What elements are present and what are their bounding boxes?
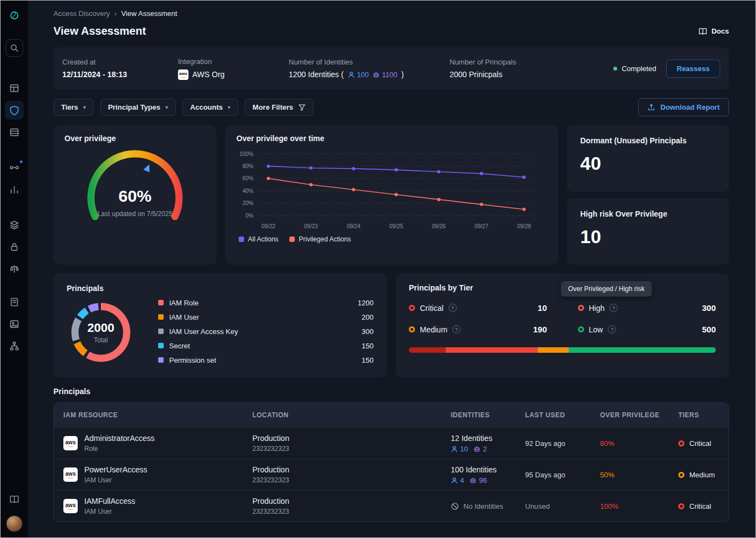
legend-item-iam-role: IAM Role1200 [158,299,374,307]
location-name: Production [252,465,451,474]
table-section-title: Principals [53,387,729,396]
tier-name: Medium [689,471,715,479]
hierarchy-icon[interactable] [5,337,24,356]
last-used: Unused [525,502,600,510]
principals-donut-title: Principals [67,284,104,293]
breadcrumb-separator: › [115,9,117,18]
resource-type: IAM User [84,476,147,484]
principal-types-filter-button[interactable]: Principal Types▾ [100,99,176,116]
legend-label: IAM Role [169,299,198,307]
col-over-privilege: OVER PRIVILEGE [600,411,678,419]
more-filters-button[interactable]: More Filters [245,99,314,116]
tier-value: 10 [538,303,547,313]
svg-text:0%: 0% [246,213,254,219]
human-count: 4 [460,476,464,485]
pipeline-icon[interactable] [5,158,24,177]
aws-icon: aws [63,436,78,450]
svg-text:09/27: 09/27 [474,223,488,229]
help-icon[interactable]: ? [452,325,461,333]
chevron-down-icon: ▾ [83,104,86,110]
tier-item-high: High ? 300 [578,303,716,313]
legend-value: 150 [361,356,374,364]
shield-icon[interactable] [5,101,24,120]
accounts-filter-label: Accounts [190,103,223,111]
identities-count: 12 Identities [451,434,525,443]
accounts-filter-button[interactable]: Accounts▾ [182,99,238,116]
bar-chart-icon[interactable] [5,180,24,199]
col-tiers: TIERS [678,411,728,419]
reassess-button[interactable]: Reassess [666,60,720,78]
svg-text:60%: 60% [242,175,253,181]
dormant-principals-value: 40 [580,153,716,174]
svg-text:09/23: 09/23 [304,223,318,229]
user-avatar[interactable] [6,515,23,532]
download-report-button[interactable]: Download Report [638,98,729,116]
legend-value: 1200 [358,299,374,307]
image-icon[interactable] [5,315,24,333]
help-icon[interactable]: ? [449,304,457,312]
legend-item-iam-user-access-key: IAM User Access Key300 [158,327,374,336]
svg-text:40%: 40% [242,188,253,194]
book-icon [698,28,708,35]
help-icon[interactable]: ? [609,304,618,312]
tier-item-medium: Medium ? 190 [409,325,547,334]
identities-value: 1200 Identities ( [289,70,344,79]
resource-name: IAMFullAccess [84,497,136,505]
location-name: Production [252,497,451,505]
tiers-filter-button[interactable]: Tiers▾ [53,99,94,116]
dormant-principals-card: Dormant (Unused) Principals 40 [567,125,729,192]
table-row[interactable]: aws AdministratorAccess Role Production … [54,427,728,459]
help-icon[interactable]: ? [608,325,616,333]
layers-icon[interactable] [5,216,24,234]
svg-text:09/28: 09/28 [517,223,531,229]
grid-icon[interactable] [5,79,24,98]
legend-label: Permission set [169,356,216,364]
tier-item-critical: Critical ? 10 [409,303,547,313]
chevron-down-icon: ▾ [165,104,168,110]
svg-text:09/24: 09/24 [347,223,360,229]
legend-swatch-all-actions [239,236,244,242]
page-title: View Assessment [53,25,146,37]
gauge-chart: 60% Last updated on 7/5/2025 [66,143,204,231]
table-header-row: IAM RESOURCE LOCATION IDENTITIES LAST US… [54,403,728,427]
created-at-value: 12/11/2024 - 18:13 [62,70,178,79]
download-report-label: Download Report [660,103,720,111]
swatch-secret [158,343,164,348]
swatch-iam-user [158,314,164,320]
search-icon[interactable] [6,39,23,57]
table-row[interactable]: aws PowerUserAccess IAM User Production … [54,459,728,490]
status-dot [613,67,617,71]
tier-icon [678,503,684,509]
high-risk-over-privilege-card: High risk Over Privilege 10 [567,198,729,265]
book-icon[interactable] [5,490,24,509]
over-privilege-value: 50% [600,471,678,479]
svg-text:09/26: 09/26 [432,223,446,229]
app-logo-icon [5,6,24,25]
legend-item-secret: Secret150 [158,342,374,350]
status-badge: Completed [613,64,656,73]
svg-text:100%: 100% [239,151,253,157]
docs-button[interactable]: Docs [698,27,729,35]
table-row[interactable]: aws IAMFullAccess IAM User Production 23… [54,490,728,521]
principals-field: Number of Principals 2000 Prinicpals [450,58,613,79]
integration-label: Integration [178,57,289,66]
over-privilege-value: 100% [600,502,678,510]
principals-by-tier-card: Principals by Tier Over Privileged / Hig… [396,273,729,377]
breadcrumb-root[interactable]: Access Discovery [53,9,110,18]
gauge-value: 60% [66,187,204,206]
filter-toolbar: Tiers▾ Principal Types▾ Accounts▾ More F… [53,98,729,116]
swatch-iam-role [158,300,164,305]
nonhuman-identity-icon [469,477,477,484]
over-privilege-over-time-card: Over privilege over time 0%20%40%60%80%1… [225,125,558,265]
lock-icon[interactable] [5,238,24,256]
no-identities-icon [451,502,459,510]
rows-icon[interactable] [5,123,24,142]
more-filters-label: More Filters [252,103,293,111]
funnel-icon [298,104,306,111]
scale-icon[interactable] [5,260,24,278]
col-iam-resource: IAM RESOURCE [63,411,252,419]
principal-types-filter-label: Principal Types [108,103,160,111]
critical-tier-icon [409,305,415,311]
col-location: LOCATION [252,411,451,419]
document-icon[interactable] [5,293,24,311]
